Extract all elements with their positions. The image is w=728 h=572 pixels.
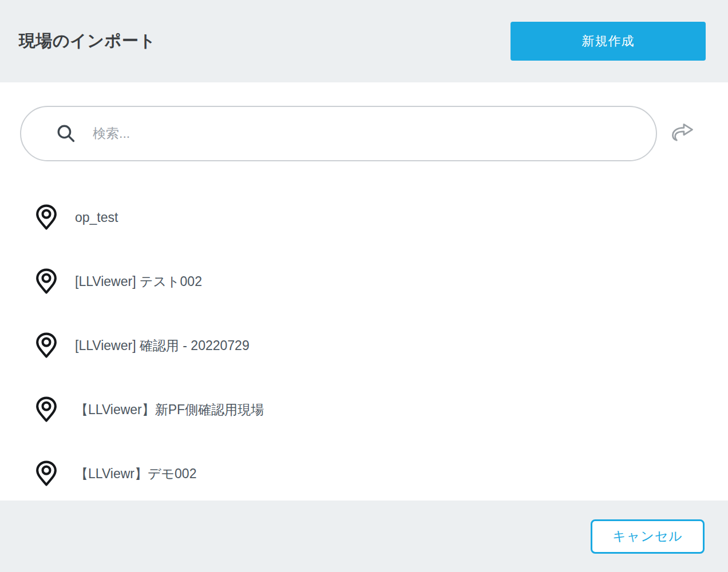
site-list: op_test [LLViewer] テスト002 [LLViewer] 確認用… xyxy=(0,185,728,500)
search-row xyxy=(0,82,728,161)
create-new-button[interactable]: 新規作成 xyxy=(511,22,706,61)
import-site-dialog: 現場のインポート 新規作成 xyxy=(0,0,728,572)
search-input[interactable] xyxy=(93,126,639,141)
site-name: [LLViewer] テスト002 xyxy=(75,273,202,291)
cancel-button[interactable]: キャンセル xyxy=(591,519,705,554)
dialog-header: 現場のインポート 新規作成 xyxy=(0,0,728,82)
search-icon xyxy=(56,123,77,144)
site-list-item[interactable]: [LLViewer] テスト002 xyxy=(0,249,728,313)
dialog-footer: キャンセル xyxy=(0,500,728,572)
map-pin-icon xyxy=(35,396,57,423)
site-name: 【LLViewer】新PF側確認用現場 xyxy=(75,401,264,419)
map-pin-icon xyxy=(35,460,57,487)
site-name: op_test xyxy=(75,210,118,225)
site-list-item[interactable]: [LLViewer] 確認用 - 20220729 xyxy=(0,313,728,378)
map-pin-icon xyxy=(35,332,57,359)
site-list-item[interactable]: 【LLViewer】新PF側確認用現場 xyxy=(0,378,728,442)
site-name: [LLViewer] 確認用 - 20220729 xyxy=(75,337,250,355)
search-field[interactable] xyxy=(20,106,657,161)
redo-arrow-icon xyxy=(669,120,695,144)
page-title: 現場のインポート xyxy=(19,30,156,53)
dialog-body: op_test [LLViewer] テスト002 [LLViewer] 確認用… xyxy=(0,82,728,500)
site-name: 【LLViewr】デモ002 xyxy=(75,465,196,483)
map-pin-icon xyxy=(35,204,57,231)
site-list-item[interactable]: 【LLViewr】デモ002 xyxy=(0,442,728,500)
import-redo-button[interactable] xyxy=(668,118,696,145)
site-list-item[interactable]: op_test xyxy=(0,185,728,249)
map-pin-icon xyxy=(35,268,57,295)
